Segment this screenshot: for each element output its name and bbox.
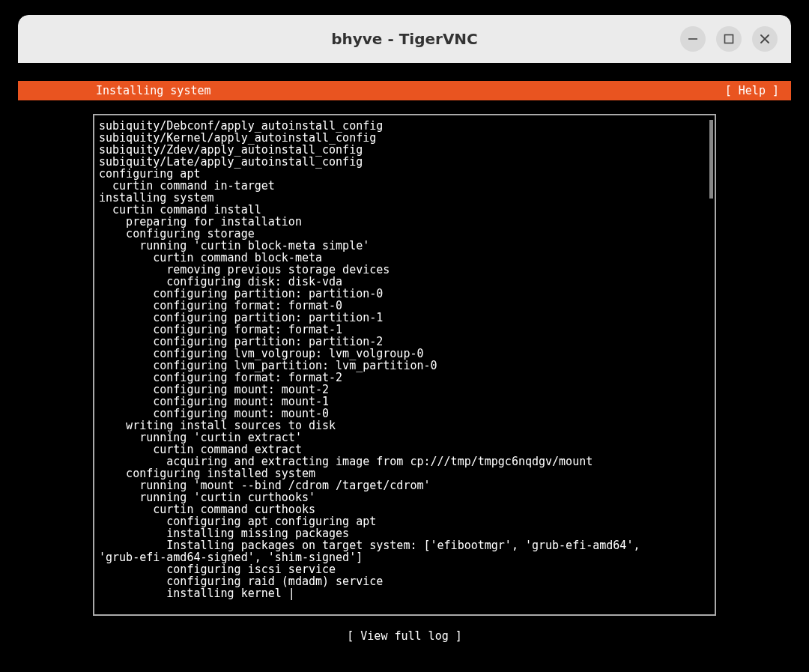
maximize-icon — [723, 33, 735, 45]
installer-status-title: Installing system — [96, 84, 211, 97]
window-controls — [680, 26, 778, 52]
installer-body: subiquity/Debconf/apply_autoinstall_conf… — [18, 100, 791, 652]
vnc-framebuffer[interactable]: Installing system [ Help ] subiquity/Deb… — [18, 63, 791, 656]
install-log-panel: subiquity/Debconf/apply_autoinstall_conf… — [93, 114, 716, 616]
close-button[interactable] — [752, 26, 778, 52]
window-title: bhyve - TigerVNC — [331, 30, 478, 48]
view-full-log-button[interactable]: [ View full log ] — [18, 629, 791, 643]
minimize-icon — [687, 33, 699, 45]
app-window: bhyve - TigerVNC Installing system [ — [18, 15, 791, 656]
svg-rect-1 — [725, 35, 733, 43]
maximize-button[interactable] — [716, 26, 742, 52]
close-icon — [760, 34, 770, 44]
scrollbar-thumb[interactable] — [709, 120, 713, 199]
installer-header: Installing system [ Help ] — [18, 81, 791, 100]
svg-rect-0 — [688, 38, 697, 40]
help-button[interactable]: [ Help ] — [725, 84, 779, 97]
titlebar[interactable]: bhyve - TigerVNC — [18, 15, 791, 63]
minimize-button[interactable] — [680, 26, 706, 52]
install-log-text: subiquity/Debconf/apply_autoinstall_conf… — [99, 120, 715, 599]
